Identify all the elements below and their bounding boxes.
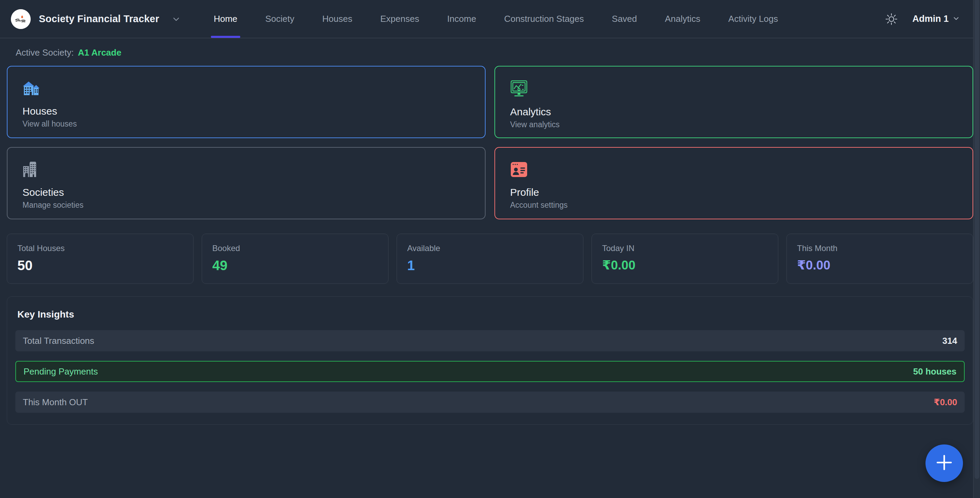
card-title: Profile: [510, 187, 958, 198]
card-title: Houses: [22, 105, 470, 117]
plus-icon: [935, 453, 954, 473]
card-houses[interactable]: Houses View all houses: [7, 66, 485, 138]
stat-total-houses: Total Houses 50: [7, 234, 194, 284]
user-menu[interactable]: Admin 1: [912, 14, 959, 24]
stat-value: ₹0.00: [797, 258, 963, 273]
key-insights-title: Key Insights: [18, 309, 963, 320]
insight-label: Pending Payments: [24, 366, 98, 377]
stat-value: 49: [212, 258, 378, 273]
stat-booked: Booked 49: [202, 234, 388, 284]
sun-icon[interactable]: [885, 13, 898, 26]
houses-icon: [22, 92, 40, 97]
stat-value: 1: [407, 258, 573, 273]
tab-society[interactable]: Society: [266, 0, 294, 38]
card-analytics[interactable]: Analytics View analytics: [495, 66, 973, 138]
key-insights-panel: Key Insights Total Transactions 314 Pend…: [7, 297, 973, 425]
stat-label: Total Houses: [18, 244, 183, 253]
active-society-label: Active Society:: [16, 48, 74, 58]
stat-label: Available: [407, 244, 573, 253]
stat-available: Available 1: [397, 234, 583, 284]
stat-label: Today IN: [602, 244, 768, 253]
insight-label: Total Transactions: [23, 336, 94, 346]
stats-grid: Total Houses 50 Booked 49 Available 1 To…: [7, 234, 973, 284]
active-society-bar: Active Society: A1 Arcade: [16, 48, 964, 58]
chevron-down-icon[interactable]: [172, 15, 180, 23]
insight-row-pending-payments: Pending Payments 50 houses: [15, 361, 965, 382]
insight-value: 314: [942, 336, 957, 346]
stat-value: 50: [18, 258, 183, 273]
active-society-value: A1 Arcade: [78, 48, 122, 58]
tab-analytics[interactable]: Analytics: [665, 0, 700, 38]
id-card-icon: [510, 173, 528, 179]
tab-activity-logs[interactable]: Activity Logs: [728, 0, 778, 38]
insight-label: This Month OUT: [23, 397, 88, 408]
header-right: Admin 1: [885, 13, 959, 26]
tab-income[interactable]: Income: [447, 0, 476, 38]
scrollbar[interactable]: [973, 0, 980, 498]
card-subtitle: View all houses: [22, 120, 470, 129]
analytics-monitor-icon: [510, 93, 528, 98]
insight-value: ₹0.00: [934, 397, 957, 408]
chevron-down-icon: [953, 15, 959, 23]
stat-today-in: Today IN ₹0.00: [592, 234, 778, 284]
insight-row-total-transactions: Total Transactions 314: [15, 330, 965, 351]
stat-this-month: This Month ₹0.00: [786, 234, 973, 284]
tab-home[interactable]: Home: [214, 0, 237, 38]
tab-construction-stages[interactable]: Construction Stages: [504, 0, 584, 38]
app-title: Society Financial Tracker: [39, 13, 159, 25]
app-header: Society Financial Tracker Home Society H…: [0, 0, 980, 38]
card-subtitle: Manage societies: [22, 201, 470, 210]
card-subtitle: View analytics: [510, 120, 958, 129]
stat-label: This Month: [797, 244, 963, 253]
quick-cards-grid: Houses View all houses Analytics View an…: [7, 66, 973, 219]
insight-rows: Total Transactions 314 Pending Payments …: [15, 330, 965, 413]
user-name: Admin 1: [912, 14, 949, 24]
card-title: Societies: [22, 187, 470, 198]
card-subtitle: Account settings: [510, 201, 958, 210]
tab-houses[interactable]: Houses: [322, 0, 352, 38]
card-societies[interactable]: Societies Manage societies: [7, 147, 485, 219]
main-nav: Home Society Houses Expenses Income Cons…: [214, 0, 778, 38]
stat-value: ₹0.00: [602, 258, 768, 273]
brand[interactable]: Society Financial Tracker: [11, 9, 180, 29]
card-profile[interactable]: Profile Account settings: [495, 147, 973, 219]
tab-expenses[interactable]: Expenses: [380, 0, 419, 38]
add-button[interactable]: [926, 444, 963, 482]
app-logo: [11, 9, 31, 29]
scrollbar-thumb[interactable]: [975, 0, 979, 479]
insight-value: 50 houses: [913, 366, 956, 377]
insight-row-this-month-out: This Month OUT ₹0.00: [15, 391, 965, 413]
tab-saved[interactable]: Saved: [612, 0, 637, 38]
card-title: Analytics: [510, 106, 958, 118]
stat-label: Booked: [212, 244, 378, 253]
city-buildings-icon: [22, 173, 40, 179]
